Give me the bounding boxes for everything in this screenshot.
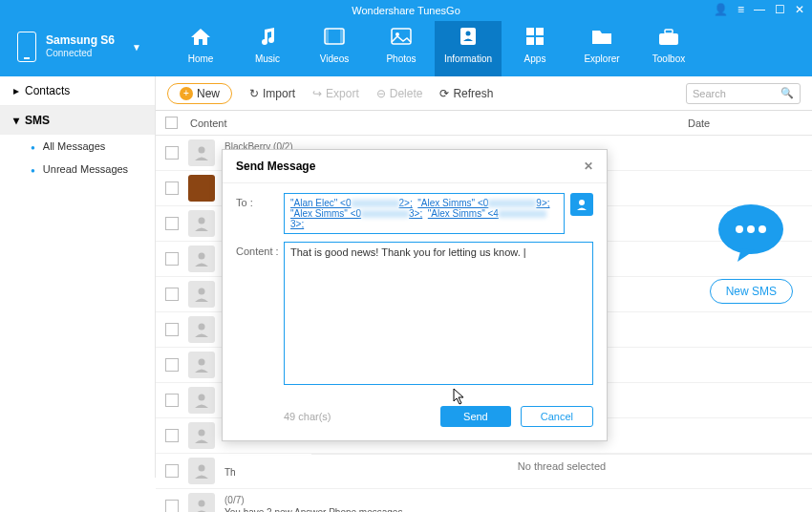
svg-point-14 — [199, 218, 205, 224]
send-message-dialog: Send Message ✕ To : "Alan Elec" <02>; "A… — [222, 149, 608, 441]
search-input[interactable]: Search🔍 — [686, 83, 801, 104]
app-title: Wondershare TunesGo — [352, 5, 460, 16]
row-checkbox[interactable] — [165, 429, 179, 442]
nav-explorer[interactable]: Explorer — [568, 17, 635, 76]
row-checkbox[interactable] — [165, 323, 179, 336]
svg-rect-2 — [340, 29, 344, 44]
sender: (0/7) — [224, 495, 726, 505]
svg-rect-3 — [392, 29, 411, 44]
svg-point-19 — [199, 395, 205, 401]
svg-rect-1 — [325, 29, 329, 44]
avatar — [188, 387, 215, 414]
to-label: To : — [236, 193, 284, 234]
refresh-button[interactable]: ⟳Refresh — [439, 87, 493, 100]
nav-information[interactable]: Information — [435, 17, 502, 76]
row-checkbox[interactable] — [165, 394, 179, 407]
table-row[interactable]: (0/7) You have 2 new Answer Phone messag… — [156, 489, 812, 512]
nav-music[interactable]: Music — [234, 17, 301, 76]
nav-apps[interactable]: Apps — [502, 17, 568, 76]
right-panel: New SMS — [710, 201, 793, 304]
delete-icon: ⊖ — [376, 87, 386, 100]
add-contact-button[interactable] — [570, 193, 593, 216]
nav-photos[interactable]: Photos — [368, 17, 435, 76]
avatar — [188, 422, 215, 449]
select-all-checkbox[interactable] — [165, 117, 178, 129]
avatar — [188, 458, 215, 484]
dialog-close-icon[interactable]: ✕ — [584, 160, 593, 173]
svg-point-15 — [199, 253, 205, 260]
plus-icon: + — [180, 87, 193, 100]
sidebar-item-contacts[interactable]: ▸Contacts — [0, 76, 155, 106]
delete-button[interactable]: ⊖Delete — [376, 87, 423, 100]
row-checkbox[interactable] — [165, 252, 179, 266]
avatar — [188, 245, 215, 272]
to-field[interactable]: "Alan Elec" <02>; "Alex Simms" <09>; "Al… — [284, 193, 565, 234]
chevron-down-icon: ▼ — [132, 42, 141, 53]
toolbar: +New ↻Import ↪Export ⊖Delete ⟳Refresh Se… — [156, 76, 812, 111]
nav-home[interactable]: Home — [167, 17, 234, 76]
content-field[interactable]: That is good news! Thank you for letting… — [284, 242, 593, 385]
import-button[interactable]: ↻Import — [249, 87, 295, 100]
preview: You have 2 new Answer Phone messages — [224, 507, 726, 512]
export-icon: ↪ — [312, 87, 322, 100]
sidebar-sub-all[interactable]: All Messages — [0, 135, 155, 158]
svg-point-26 — [736, 225, 743, 233]
svg-point-18 — [199, 359, 205, 366]
svg-point-22 — [199, 501, 205, 507]
nav-toolbox[interactable]: Toolbox — [635, 17, 702, 76]
minimize-icon[interactable]: — — [754, 3, 765, 16]
avatar — [188, 316, 215, 343]
row-checkbox[interactable] — [165, 464, 179, 478]
nav-videos[interactable]: Videos — [301, 17, 368, 76]
row-checkbox[interactable] — [165, 181, 179, 195]
col-date[interactable]: Date — [688, 117, 812, 129]
char-count: 49 char(s) — [284, 411, 331, 422]
svg-point-28 — [759, 225, 766, 233]
new-button[interactable]: +New — [167, 83, 232, 104]
svg-rect-11 — [659, 33, 678, 45]
svg-rect-8 — [536, 28, 544, 35]
titlebar: Wondershare TunesGo 👤 ≡ — ☐ ✕ — [0, 0, 812, 21]
maximize-icon[interactable]: ☐ — [775, 3, 785, 16]
col-content[interactable]: Content — [190, 117, 688, 129]
content-label: Content : — [236, 242, 284, 385]
svg-point-27 — [747, 225, 755, 233]
avatar — [188, 210, 215, 237]
avatar — [188, 175, 215, 202]
row-checkbox[interactable] — [165, 358, 179, 372]
menu-icon[interactable]: ≡ — [737, 3, 744, 16]
phone-icon — [17, 32, 36, 62]
avatar — [188, 493, 215, 512]
svg-point-6 — [466, 32, 471, 36]
sidebar-sub-unread[interactable]: Unread Messages — [0, 158, 155, 181]
sidebar-item-sms[interactable]: ▾SMS — [0, 106, 155, 135]
send-button[interactable]: Send — [440, 406, 511, 427]
avatar — [188, 139, 215, 166]
row-checkbox[interactable] — [165, 217, 179, 230]
svg-rect-9 — [526, 37, 534, 45]
row-checkbox[interactable] — [165, 288, 179, 301]
cancel-button[interactable]: Cancel — [521, 406, 593, 427]
import-icon: ↻ — [249, 87, 259, 100]
svg-point-16 — [199, 288, 205, 295]
cursor-icon — [453, 388, 466, 405]
refresh-icon: ⟳ — [439, 87, 449, 100]
svg-point-29 — [579, 200, 585, 205]
sms-bubble-icon — [713, 201, 789, 267]
svg-rect-7 — [526, 28, 534, 35]
device-name: Samsung S6 — [46, 33, 115, 47]
svg-point-13 — [199, 147, 205, 154]
export-button[interactable]: ↪Export — [312, 87, 359, 100]
search-icon: 🔍 — [780, 87, 794, 99]
chevron-right-icon: ▸ — [13, 84, 19, 97]
table-header: Content Date — [156, 111, 812, 136]
row-checkbox[interactable] — [165, 146, 179, 160]
chevron-down-icon: ▾ — [13, 114, 19, 127]
svg-point-17 — [199, 324, 205, 331]
user-icon[interactable]: 👤 — [714, 3, 728, 16]
close-icon[interactable]: ✕ — [795, 3, 804, 16]
svg-rect-12 — [665, 30, 673, 33]
row-checkbox[interactable] — [165, 500, 179, 512]
new-sms-button[interactable]: New SMS — [710, 279, 793, 304]
svg-point-21 — [199, 465, 205, 472]
